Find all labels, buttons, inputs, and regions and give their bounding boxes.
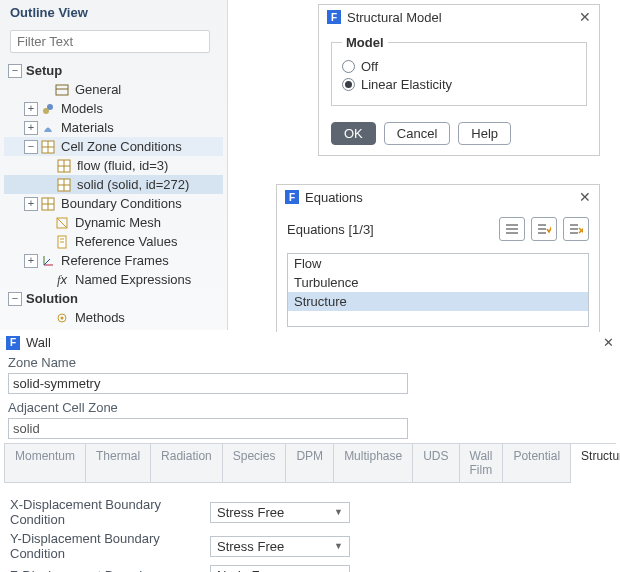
- y-disp-value: Stress Free: [217, 539, 284, 554]
- y-disp-label: Y-Displacement Boundary Condition: [10, 531, 210, 561]
- bc-label: Boundary Conditions: [59, 196, 184, 211]
- tree-node-named-expressions[interactable]: fx Named Expressions: [4, 270, 223, 289]
- solid-label: solid (solid, id=272): [75, 177, 191, 192]
- dyn-label: Dynamic Mesh: [73, 215, 163, 230]
- grid-icon: [56, 177, 72, 193]
- gear-icon: [54, 310, 70, 326]
- tree-node-dynamic-mesh[interactable]: Dynamic Mesh: [4, 213, 223, 232]
- svg-line-23: [44, 259, 50, 265]
- model-legend: Model: [342, 35, 388, 50]
- materials-icon: [40, 120, 56, 136]
- tab-wall-film[interactable]: Wall Film: [460, 444, 504, 482]
- deselect-all-icon[interactable]: [563, 217, 589, 241]
- radio-off[interactable]: Off: [342, 59, 576, 74]
- list-item[interactable]: Structure: [288, 292, 588, 311]
- equations-listbox[interactable]: Flow Turbulence Structure: [287, 253, 589, 327]
- tree-node-setup[interactable]: − Setup: [4, 61, 223, 80]
- collapse-icon[interactable]: −: [8, 292, 22, 306]
- czc-label: Cell Zone Conditions: [59, 139, 184, 154]
- tree: − Setup General + Models + Materials − C…: [0, 61, 227, 333]
- model-fieldset: Model Off Linear Elasticity: [331, 35, 587, 106]
- structural-model-dialog: F Structural Model ✕ Model Off Linear El…: [318, 4, 600, 156]
- z-disp-value: Node Z-Displacement: [217, 568, 334, 572]
- axes-icon: [40, 253, 56, 269]
- structure-tab-body: X-Displacement Boundary Condition Stress…: [4, 483, 616, 572]
- equations-count: Equations [1/3]: [287, 222, 374, 237]
- tab-dpm[interactable]: DPM: [286, 444, 334, 482]
- wall-tabs: Momentum Thermal Radiation Species DPM M…: [4, 443, 616, 483]
- help-button[interactable]: Help: [458, 122, 511, 145]
- tab-thermal[interactable]: Thermal: [86, 444, 151, 482]
- flow-label: flow (fluid, id=3): [75, 158, 170, 173]
- radio-off-label: Off: [361, 59, 378, 74]
- y-disp-combo[interactable]: Stress Free ▼: [210, 536, 350, 557]
- collapse-icon[interactable]: −: [24, 140, 38, 154]
- collapse-icon[interactable]: −: [8, 64, 22, 78]
- radio-linear-label: Linear Elasticity: [361, 77, 452, 92]
- close-icon[interactable]: ✕: [579, 9, 591, 25]
- x-disp-combo[interactable]: Stress Free ▼: [210, 502, 350, 523]
- tree-node-reference-frames[interactable]: + Reference Frames: [4, 251, 223, 270]
- radio-icon: [342, 78, 355, 91]
- tree-node-flow-zone[interactable]: flow (fluid, id=3): [4, 156, 223, 175]
- tree-node-methods[interactable]: Methods: [4, 308, 223, 327]
- tab-species[interactable]: Species: [223, 444, 287, 482]
- z-disp-combo[interactable]: Node Z-Displacement ▼: [210, 565, 350, 572]
- fluent-badge-icon: F: [285, 190, 299, 204]
- fx-icon: fx: [54, 272, 70, 288]
- dialog-title: Equations: [305, 190, 363, 205]
- tab-radiation[interactable]: Radiation: [151, 444, 223, 482]
- dialog-title: Structural Model: [347, 10, 442, 25]
- radio-icon: [342, 60, 355, 73]
- expand-icon[interactable]: +: [24, 102, 38, 116]
- tree-node-solution[interactable]: − Solution: [4, 289, 223, 308]
- expand-icon[interactable]: +: [24, 121, 38, 135]
- chevron-down-icon: ▼: [334, 541, 343, 551]
- expand-icon[interactable]: +: [24, 254, 38, 268]
- mesh-icon: [54, 215, 70, 231]
- tab-potential[interactable]: Potential: [503, 444, 571, 482]
- grid-icon: [56, 158, 72, 174]
- named-label: Named Expressions: [73, 272, 193, 287]
- adjacent-zone-input: [8, 418, 408, 439]
- filter-input[interactable]: [10, 30, 210, 53]
- methods-label: Methods: [73, 310, 127, 325]
- close-icon[interactable]: ✕: [579, 189, 591, 205]
- list-icon[interactable]: [499, 217, 525, 241]
- fluent-badge-icon: F: [6, 336, 20, 350]
- chevron-down-icon: ▼: [334, 507, 343, 517]
- tab-momentum[interactable]: Momentum: [5, 444, 86, 482]
- svg-rect-0: [56, 85, 68, 95]
- adjacent-zone-label: Adjacent Cell Zone: [0, 398, 620, 417]
- tab-multiphase[interactable]: Multiphase: [334, 444, 413, 482]
- svg-point-25: [61, 316, 64, 319]
- zone-name-input[interactable]: [8, 373, 408, 394]
- tree-node-materials[interactable]: + Materials: [4, 118, 223, 137]
- radio-linear-elasticity[interactable]: Linear Elasticity: [342, 77, 576, 92]
- svg-line-17: [57, 218, 67, 228]
- tree-node-solid-zone[interactable]: solid (solid, id=272): [4, 175, 223, 194]
- materials-label: Materials: [59, 120, 116, 135]
- tree-node-reference-values[interactable]: Reference Values: [4, 232, 223, 251]
- models-label: Models: [59, 101, 105, 116]
- list-item[interactable]: Flow: [288, 254, 588, 273]
- grid-icon: [40, 139, 56, 155]
- close-icon[interactable]: ✕: [603, 335, 614, 350]
- fluent-badge-icon: F: [327, 10, 341, 24]
- tab-structure[interactable]: Structure: [571, 444, 620, 483]
- outline-panel: Outline View − Setup General + Models + …: [0, 0, 228, 330]
- frames-label: Reference Frames: [59, 253, 171, 268]
- z-disp-label: Z-Displacement Boundary Condition: [10, 568, 210, 572]
- tab-uds[interactable]: UDS: [413, 444, 459, 482]
- tree-node-general[interactable]: General: [4, 80, 223, 99]
- wall-title: Wall: [26, 335, 51, 350]
- cancel-button[interactable]: Cancel: [384, 122, 450, 145]
- tree-node-models[interactable]: + Models: [4, 99, 223, 118]
- x-disp-label: X-Displacement Boundary Condition: [10, 497, 210, 527]
- list-item[interactable]: Turbulence: [288, 273, 588, 292]
- ok-button[interactable]: OK: [331, 122, 376, 145]
- tree-node-cell-zone-conditions[interactable]: − Cell Zone Conditions: [4, 137, 223, 156]
- select-all-icon[interactable]: [531, 217, 557, 241]
- tree-node-boundary-conditions[interactable]: + Boundary Conditions: [4, 194, 223, 213]
- expand-icon[interactable]: +: [24, 197, 38, 211]
